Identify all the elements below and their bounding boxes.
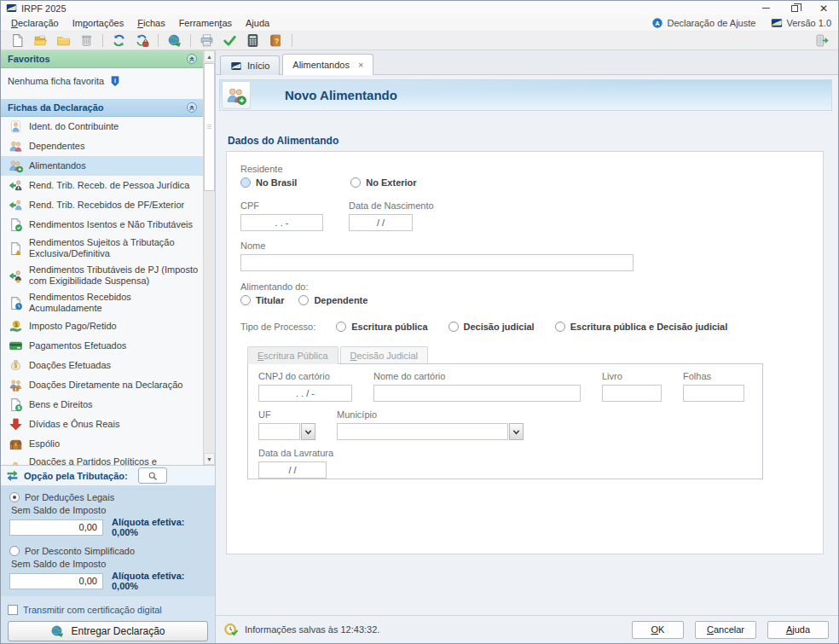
tab-close-icon[interactable]: × (358, 61, 363, 70)
arrow-person-warning-icon (9, 269, 23, 283)
chevron-down-icon[interactable] (301, 423, 315, 440)
sidebar-item-dependentes[interactable]: Dependentes (1, 136, 203, 156)
ok-button[interactable]: OK (632, 621, 684, 639)
radio-titular[interactable] (240, 295, 251, 305)
collapse-icon[interactable] (186, 102, 198, 113)
radio-escritura-publica[interactable] (336, 322, 346, 332)
sidebar-item-doacoes-a-partidos-politicos-e-candidatos[interactable]: $Doações a Partidos Políticos e Candidat… (1, 454, 203, 465)
globe-arrow-button[interactable] (164, 32, 185, 49)
sidebar-item-espolio[interactable]: Espólio (1, 434, 203, 454)
radio-no-exterior[interactable] (350, 177, 361, 188)
close-button[interactable]: ✕ (809, 1, 838, 15)
sidebar-item-dividas-e-onus-reais[interactable]: Dívidas e Ônus Reais (1, 415, 203, 434)
sidebar-item-rendimentos-isentos-e-nao-tributaveis[interactable]: Rendimentos Isentos e Não Tributáveis (1, 215, 203, 235)
sidebar-item-rendimentos-tributaveis-de-pj-imposto-com-exigibilidade-suspensa[interactable]: Rendimentos Tributáveis de PJ (Imposto c… (1, 262, 203, 289)
maximize-icon (791, 5, 798, 12)
sidebar-item-doacoes-diretamente-na-declaracao[interactable]: Doações Diretamente na Declaração (1, 375, 203, 395)
status-message: Informações salvas às 12:43:32. (245, 624, 379, 635)
sidebar-item-doacoes-efetuadas[interactable]: $Doações Efetuadas (1, 356, 203, 375)
radio-escritura-publica-e-decisao-judicial[interactable] (555, 322, 565, 332)
people-plus-icon (226, 85, 246, 106)
scroll-up-icon[interactable]: ▲ (204, 50, 215, 62)
sidebar-item-rend-trib-recebidos-de-pf-exterior[interactable]: Rend. Trib. Recebidos de PF/Exterior (1, 195, 203, 215)
taxation-rate-label: Alíquota efetiva: 0,00% (112, 571, 206, 591)
scroll-down-icon[interactable]: ▼ (204, 453, 215, 465)
ajuda-button[interactable]: Ajuda (767, 621, 829, 639)
transmit-checkbox[interactable] (8, 605, 18, 615)
svg-text:i: i (114, 78, 116, 84)
tab-inicio[interactable]: Início (220, 55, 280, 75)
favorites-header: Favoritos (1, 50, 203, 68)
trash-button[interactable] (76, 32, 97, 49)
nome-cartorio-input[interactable] (373, 385, 581, 402)
cnpj-cartorio-input[interactable]: . . / - (258, 385, 352, 402)
check-button[interactable] (219, 32, 240, 49)
tab-alimentandos[interactable]: Alimentandos× (282, 54, 373, 75)
printer-button[interactable] (196, 32, 217, 49)
entregar-declaracao-button[interactable]: Entregar Declaração (8, 621, 208, 641)
sidebar-item-bens-e-direitos[interactable]: $Bens e Direitos (1, 395, 203, 415)
open-folder-button[interactable] (30, 32, 51, 49)
info-icon[interactable]: i (109, 75, 121, 87)
menu-importacoes[interactable]: Importações (66, 16, 131, 30)
menu-fichas[interactable]: Fichas (130, 16, 171, 30)
sidebar-item-rendimentos-sujeitos-a-tributacao-exclusiva-definitiva[interactable]: Rendimentos Sujeitos à Tributação Exclus… (1, 235, 203, 262)
dados-alimentando-box: Residente No BrasilNo Exterior CPF . . -… (226, 151, 824, 554)
sidebar-item-ident-do-contribuinte[interactable]: Ident. do Contribuinte (1, 117, 203, 136)
radio-por-deducoes-legais[interactable] (9, 492, 20, 502)
sidebar-item-label: Doações Efetuadas (29, 360, 201, 371)
taxation-value-input[interactable]: 0,00 (9, 519, 103, 536)
folhas-input[interactable] (683, 385, 744, 402)
radio-dependente[interactable] (298, 295, 309, 305)
municipio-select[interactable] (337, 423, 524, 440)
menu-ferramentas[interactable]: Ferramentas (172, 16, 239, 30)
folder-button[interactable] (53, 32, 74, 49)
data-lavratura-label: Data da Lavratura (258, 448, 752, 458)
scrollbar-thumb[interactable] (204, 63, 215, 191)
receita-sync-button[interactable] (108, 32, 130, 49)
radio-decisao-judicial[interactable] (448, 322, 459, 332)
uf-select[interactable] (258, 423, 315, 440)
new-document-button[interactable] (7, 32, 28, 49)
sidebar-item-rend-trib-receb-de-pessoa-juridica[interactable]: Rend. Trib. Receb. de Pessoa Jurídica (1, 176, 203, 195)
folder-icon (56, 33, 71, 48)
globe-icon (50, 624, 64, 638)
radio-por-desconto-simplificado[interactable] (9, 546, 20, 556)
sidebar-scrollbar[interactable]: ▲ ▼ (203, 50, 215, 465)
cancelar-button[interactable]: Cancelar (695, 621, 756, 639)
favorites-header-label: Favoritos (8, 54, 50, 64)
sidebar-item-label: Doações Diretamente na Declaração (29, 380, 201, 391)
sidebar-item-imposto-pago-retido[interactable]: $Imposto Pago/Retido (1, 316, 203, 336)
subtab-escritura-publica[interactable]: Escritura Pública (247, 346, 338, 364)
money-bag-icon: $ (9, 358, 23, 373)
minimize-button[interactable] (751, 1, 780, 15)
menu-declaracao[interactable]: Declaração (4, 16, 66, 30)
subtab-decisao-judicial[interactable]: Decisão Judicial (340, 346, 429, 363)
taxation-value-input[interactable]: 0,00 (9, 573, 103, 589)
sidebar-item-pagamentos-efetuados[interactable]: Pagamentos Efetuados (1, 336, 203, 356)
globe-arrow-icon (167, 33, 182, 48)
sidebar-item-rendimentos-recebidos-acumuladamente[interactable]: Rendimentos Recebidos Acumuladamente (1, 289, 203, 316)
data-lavratura-input[interactable]: / / (258, 461, 327, 479)
help-book-button[interactable]: ? (265, 32, 286, 49)
chevron-down-icon[interactable] (509, 423, 524, 440)
nome-input[interactable] (240, 254, 634, 271)
receita-sync-lock-button[interactable] (131, 32, 153, 49)
declaration-type-indicator[interactable]: A Declaração de Ajuste (651, 17, 755, 29)
taxation-search-button[interactable] (138, 467, 167, 484)
svg-text:A: A (656, 20, 661, 27)
taxation-option-label: Por Desconto Simplificado (25, 546, 135, 556)
alimentando-icon-button[interactable] (222, 81, 251, 109)
residente-option-no-brasil: No Brasil (240, 177, 297, 188)
calculator-button[interactable] (242, 32, 263, 49)
sidebar-item-alimentandos[interactable]: Alimentandos (1, 156, 203, 176)
exit-door-button[interactable] (811, 32, 832, 49)
maximize-button[interactable] (780, 1, 809, 15)
cpf-input[interactable]: . . - (240, 214, 323, 231)
data-nascimento-input[interactable]: / / (349, 214, 413, 231)
collapse-icon[interactable] (186, 53, 198, 65)
tab-label: Início (247, 61, 269, 71)
radio-no-brasil[interactable] (240, 177, 251, 188)
menu-ajuda[interactable]: Ajuda (239, 16, 276, 30)
livro-input[interactable] (602, 385, 662, 402)
